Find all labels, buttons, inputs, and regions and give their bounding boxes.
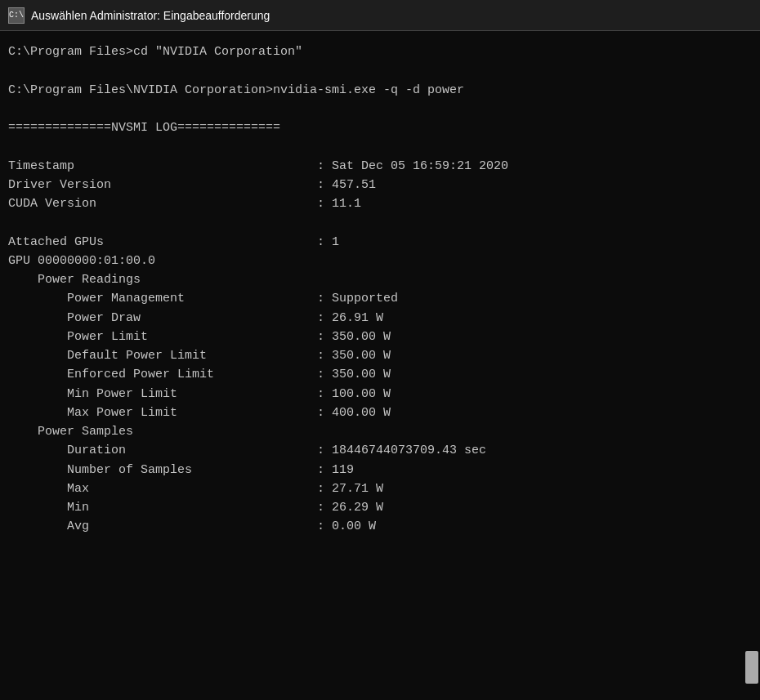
scrollbar[interactable] <box>745 651 758 684</box>
terminal-window[interactable]: C:\Program Files>cd "NVIDIA Corporation"… <box>0 31 760 700</box>
title-bar-text: Auswählen Administrator: Eingabeaufforde… <box>31 9 270 22</box>
terminal-output: C:\Program Files>cd "NVIDIA Corporation"… <box>8 42 752 537</box>
title-bar: C:\ Auswählen Administrator: Eingabeauff… <box>0 0 760 31</box>
terminal-icon: C:\ <box>8 7 25 24</box>
